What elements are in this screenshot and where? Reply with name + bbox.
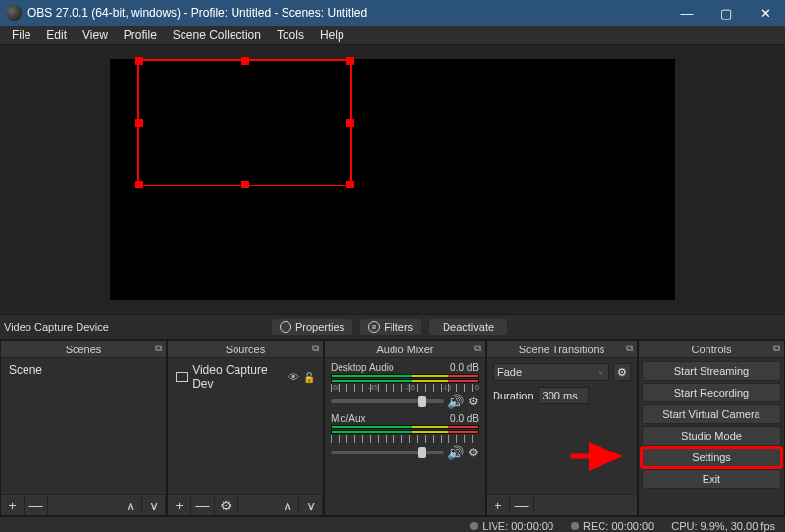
live-dot-icon (470, 522, 478, 530)
channel-name: Desktop Audio (331, 362, 394, 373)
selected-source-label: Video Capture Device (4, 321, 200, 333)
selection-box[interactable] (137, 59, 352, 186)
preview-canvas[interactable] (110, 59, 675, 300)
title-bar: OBS 27.0.1 (64-bit, windows) - Profile: … (0, 0, 785, 26)
level-meter (331, 374, 479, 378)
undock-icon[interactable]: ⧉ (312, 343, 319, 354)
add-transition-button[interactable]: + (487, 496, 510, 515)
preview-area[interactable] (0, 45, 785, 314)
channel-db: 0.0 dB (450, 362, 479, 373)
start-recording-button[interactable]: Start Recording (642, 383, 781, 402)
channel-db: 0.0 dB (450, 413, 479, 424)
window-title: OBS 27.0.1 (64-bit, windows) - Profile: … (27, 6, 667, 20)
add-source-button[interactable]: + (168, 496, 191, 515)
controls-dock: Controls⧉ Start Streaming Start Recordin… (638, 340, 785, 516)
resize-handle[interactable] (135, 119, 143, 127)
scene-item[interactable]: Scene (3, 360, 164, 380)
scene-down-button[interactable]: ∨ (142, 496, 166, 515)
resize-handle[interactable] (346, 119, 354, 127)
properties-button[interactable]: Properties (271, 318, 353, 336)
speaker-icon[interactable]: 🔊 (447, 394, 464, 409)
menu-scene-collection[interactable]: Scene Collection (165, 27, 269, 44)
level-meter (331, 425, 479, 429)
undock-icon[interactable]: ⧉ (773, 343, 780, 354)
mixer-header: Audio Mixer⧉ (325, 341, 485, 358)
menu-view[interactable]: View (75, 27, 116, 44)
filters-button[interactable]: Filters (359, 318, 422, 336)
deactivate-button[interactable]: Deactivate (428, 318, 508, 336)
mixer-channel-desktop: Desktop Audio0.0 dB -60 -45 -30 -15 0 🔊 … (327, 360, 483, 411)
db-scale (331, 435, 479, 443)
controls-header: Controls⧉ (639, 341, 784, 358)
add-scene-button[interactable]: + (1, 496, 25, 515)
maximize-button[interactable]: ▢ (706, 0, 746, 26)
rec-dot-icon (571, 522, 579, 530)
level-meter (331, 430, 479, 434)
volume-slider[interactable] (331, 451, 444, 454)
obs-logo-icon (6, 5, 22, 21)
camera-icon (176, 372, 188, 382)
transitions-dock: Scene Transitions⧉ Fade⌄ ⚙ Duration 300 … (486, 340, 638, 516)
resize-handle[interactable] (241, 57, 249, 65)
speaker-icon[interactable]: 🔊 (447, 445, 464, 460)
remove-source-button[interactable]: — (191, 496, 215, 515)
menu-file[interactable]: File (4, 27, 38, 44)
status-cpu: CPU: 9.9%, 30.00 fps (671, 520, 775, 532)
source-toolbar: Video Capture Device Properties Filters … (0, 314, 785, 340)
menu-edit[interactable]: Edit (38, 27, 75, 44)
menu-bar: File Edit View Profile Scene Collection … (0, 26, 785, 45)
gear-icon[interactable]: ⚙ (468, 395, 479, 408)
close-button[interactable]: ✕ (746, 0, 785, 26)
remove-scene-button[interactable]: — (25, 496, 48, 515)
db-scale: -60 -45 -30 -15 0 (331, 384, 479, 392)
transitions-header: Scene Transitions⧉ (487, 341, 637, 358)
status-rec: REC: 00:00:00 (571, 520, 654, 532)
duration-label: Duration (493, 390, 534, 401)
settings-button[interactable]: Settings (642, 448, 781, 467)
undock-icon[interactable]: ⧉ (474, 343, 481, 354)
source-down-button[interactable]: ∨ (299, 496, 323, 515)
resize-handle[interactable] (241, 181, 249, 188)
gear-icon (280, 321, 291, 333)
scenes-dock: Scenes⧉ Scene + — ∧ ∨ (0, 340, 167, 516)
source-item[interactable]: Video Capture Dev 👁 🔓 (170, 360, 321, 394)
slider-thumb[interactable] (418, 447, 426, 458)
remove-transition-button[interactable]: — (510, 496, 534, 515)
mixer-channel-mic: Mic/Aux0.0 dB 🔊 ⚙ (327, 411, 483, 462)
channel-name: Mic/Aux (331, 413, 366, 424)
status-bar: LIVE: 00:00:00 REC: 00:00:00 CPU: 9.9%, … (0, 516, 785, 532)
resize-handle[interactable] (135, 181, 143, 188)
visibility-icon[interactable]: 👁 (288, 371, 299, 383)
resize-handle[interactable] (346, 181, 354, 188)
scene-up-button[interactable]: ∧ (119, 496, 142, 515)
sources-dock: Sources⧉ Video Capture Dev 👁 🔓 + — ⚙ ∧ ∨ (167, 340, 324, 516)
menu-profile[interactable]: Profile (116, 27, 165, 44)
gear-icon[interactable]: ⚙ (468, 446, 479, 459)
chevron-down-icon: ⌄ (597, 366, 604, 378)
undock-icon[interactable]: ⧉ (155, 343, 162, 354)
menu-help[interactable]: Help (312, 27, 352, 44)
level-meter (331, 379, 479, 383)
menu-tools[interactable]: Tools (269, 27, 312, 44)
duration-input[interactable]: 300 ms (538, 387, 589, 404)
status-live: LIVE: 00:00:00 (470, 520, 553, 532)
transition-settings-button[interactable]: ⚙ (613, 363, 631, 381)
start-virtual-camera-button[interactable]: Start Virtual Camera (642, 404, 781, 424)
lock-icon[interactable]: 🔓 (303, 372, 315, 383)
undock-icon[interactable]: ⧉ (626, 343, 633, 354)
gear-icon: ⚙ (617, 366, 627, 379)
transition-select[interactable]: Fade⌄ (493, 363, 609, 381)
scenes-header: Scenes⧉ (1, 341, 166, 358)
filters-icon (368, 321, 380, 333)
source-up-button[interactable]: ∧ (276, 496, 299, 515)
resize-handle[interactable] (346, 57, 354, 65)
slider-thumb[interactable] (418, 396, 426, 407)
studio-mode-button[interactable]: Studio Mode (642, 426, 781, 446)
sources-header: Sources⧉ (168, 341, 323, 358)
start-streaming-button[interactable]: Start Streaming (642, 361, 781, 381)
resize-handle[interactable] (135, 57, 143, 65)
volume-slider[interactable] (331, 399, 444, 403)
exit-button[interactable]: Exit (642, 469, 781, 489)
source-properties-button[interactable]: ⚙ (215, 496, 238, 515)
minimize-button[interactable]: — (667, 0, 706, 26)
